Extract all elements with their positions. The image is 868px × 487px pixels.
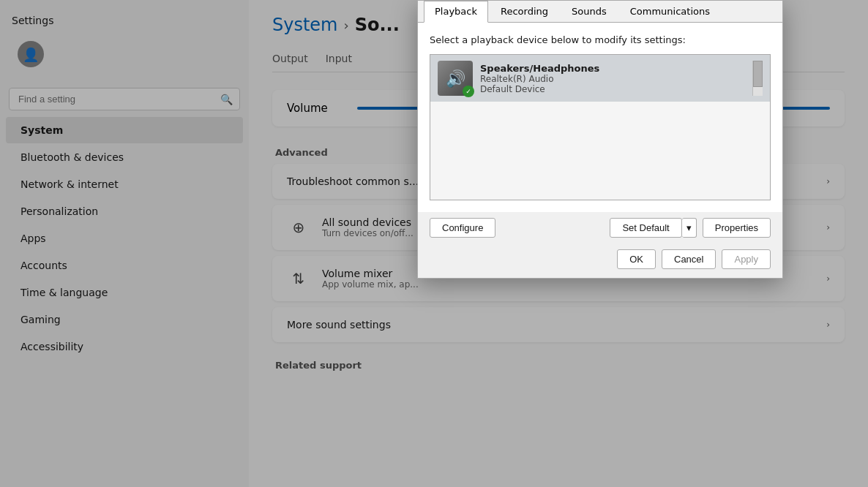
configure-button[interactable]: Configure [430, 218, 495, 238]
device-list[interactable]: 🔊 ✓ Speakers/Headphones Realtek(R) Audio… [430, 54, 771, 200]
set-default-button[interactable]: Set Default [610, 218, 681, 238]
dialog-tab-communications[interactable]: Communications [619, 1, 721, 22]
dialog-actions-row1: Configure Set Default ▾ Properties [418, 212, 782, 244]
device-name: Speakers/Headphones [480, 63, 745, 74]
cancel-button[interactable]: Cancel [662, 249, 716, 269]
dialog-scrollbar[interactable] [752, 61, 763, 96]
device-default-check-icon: ✓ [463, 86, 474, 97]
dialog-tab-playback[interactable]: Playback [424, 1, 488, 23]
dialog-tabs: Playback Recording Sounds Communications [418, 1, 782, 23]
sound-dialog: Playback Recording Sounds Communications… [417, 0, 783, 279]
apply-button[interactable]: Apply [722, 249, 771, 269]
dropdown-arrow-icon: ▾ [686, 222, 692, 233]
dialog-body: Select a playback device below to modify… [418, 23, 782, 212]
set-default-group: Set Default ▾ [610, 218, 696, 238]
device-icon-wrap: 🔊 ✓ [438, 61, 473, 96]
dialog-overlay: Playback Recording Sounds Communications… [0, 0, 868, 487]
dialog-instruction: Select a playback device below to modify… [430, 34, 771, 45]
properties-button[interactable]: Properties [703, 218, 771, 238]
device-info: Speakers/Headphones Realtek(R) Audio Def… [480, 63, 745, 94]
set-default-dropdown-button[interactable]: ▾ [682, 218, 697, 238]
device-item-speakers[interactable]: 🔊 ✓ Speakers/Headphones Realtek(R) Audio… [430, 55, 770, 102]
dialog-actions-row2: OK Cancel Apply [418, 244, 782, 278]
dialog-tab-recording[interactable]: Recording [490, 1, 559, 22]
scrollbar-thumb [753, 61, 763, 87]
dialog-tab-sounds[interactable]: Sounds [561, 1, 618, 22]
device-status: Default Device [480, 84, 745, 94]
ok-button[interactable]: OK [617, 249, 656, 269]
device-driver: Realtek(R) Audio [480, 74, 745, 84]
